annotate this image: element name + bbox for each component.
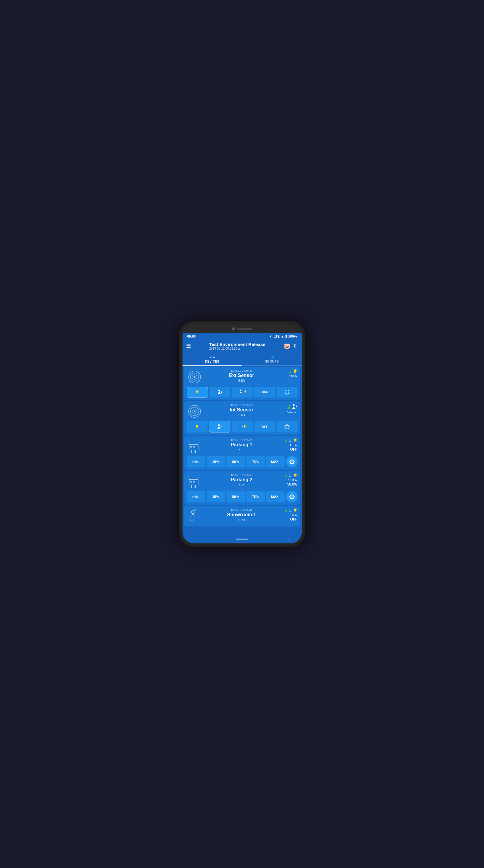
svg-rect-29 bbox=[192, 514, 194, 516]
parking1-btn-min[interactable]: min. bbox=[187, 456, 205, 467]
status-time: 09:00 bbox=[187, 335, 196, 338]
svg-rect-21 bbox=[191, 450, 192, 453]
parking1-name: Parking 1 bbox=[205, 442, 279, 447]
device-image-ext-sensor bbox=[187, 369, 202, 385]
int-sensor-controls: 💡 👤+💡 OFF bbox=[187, 421, 297, 433]
status-icons: 💡 bbox=[289, 369, 297, 374]
parking2-btn-max[interactable]: MAX. bbox=[266, 491, 285, 502]
svg-point-15 bbox=[218, 424, 220, 426]
ext-sensor-controls: 💡 + 💡 bbox=[187, 387, 297, 398]
ext-sensor-btn-person[interactable] bbox=[209, 387, 230, 398]
app-subtitle: 2019-03-12 09:56:50 am bbox=[209, 347, 265, 350]
person-detected-icon bbox=[291, 404, 297, 410]
int-sensor-btn-off[interactable]: OFF bbox=[254, 421, 275, 433]
signal-icon bbox=[285, 439, 287, 442]
spotlight-icon bbox=[187, 508, 202, 524]
header-actions: 🐷 ↻ bbox=[284, 343, 298, 349]
temp-icon: 🌡 bbox=[288, 508, 292, 513]
tab-bar: ✓≡ DEVICES 👥 GROUPS bbox=[183, 352, 302, 366]
status-right: ▼ LTE ▲ ▮ 100% bbox=[269, 334, 297, 338]
svg-point-14 bbox=[293, 404, 295, 406]
signal-strength-icon bbox=[289, 370, 291, 373]
ext-sensor-btn-light[interactable]: 💡 bbox=[187, 387, 208, 398]
ext-sensor-btn-off[interactable]: OFF bbox=[254, 387, 275, 398]
menu-icon[interactable]: ☰ bbox=[186, 343, 191, 349]
parking1-value: 5.1 bbox=[205, 448, 279, 452]
device-card-showroom1: 12/03/19 09:55:41 Showroom 1 5.20 🌡 💡 0.… bbox=[184, 506, 300, 527]
parking2-btn-75[interactable]: 75% bbox=[246, 491, 265, 502]
phone-screen: 09:00 ▼ LTE ▲ ▮ 100% ☰ Test Environment … bbox=[183, 324, 302, 544]
status-icons: 🌡 💡 bbox=[285, 508, 297, 513]
int-sensor-btn-person[interactable] bbox=[209, 421, 230, 433]
ext-sensor-btn-schedule[interactable] bbox=[277, 387, 297, 398]
wifi-icon: ▼ bbox=[269, 335, 272, 338]
speaker bbox=[237, 328, 252, 330]
svg-point-4 bbox=[218, 390, 220, 392]
parking1-watt: 1.1 W bbox=[289, 443, 297, 447]
refresh-icon[interactable]: ↻ bbox=[293, 343, 298, 349]
parking1-btn-max[interactable]: MAX. bbox=[266, 456, 285, 467]
device-header: 12/03/19 09:56:50 Int Sensor 5.60 bbox=[187, 404, 297, 419]
tab-groups[interactable]: 👥 GROUPS bbox=[242, 352, 302, 366]
ext-sensor-btn-combined[interactable]: + 💡 bbox=[232, 387, 253, 398]
parking1-state: OFF bbox=[290, 447, 297, 452]
svg-point-17 bbox=[286, 426, 288, 428]
status-icons: 🌡 💡 bbox=[285, 438, 297, 443]
parking1-btn-75[interactable]: 75% bbox=[246, 456, 265, 467]
ext-sensor-name: Ext Sensor bbox=[205, 373, 279, 378]
header-title-block: Test Environment Release 2019-03-12 09:5… bbox=[209, 342, 265, 350]
svg-point-5 bbox=[240, 390, 241, 391]
int-sensor-btn-schedule[interactable] bbox=[277, 421, 297, 433]
device-header: 12/03/19 09:56:43 Ext Sensor 5.50 💡 301 … bbox=[187, 369, 297, 385]
ext-sensor-lux: 301 lx bbox=[289, 375, 297, 378]
int-sensor-btn-combined[interactable]: 👤+💡 bbox=[232, 421, 253, 433]
parking1-timestamp: 12/03/19 09:55:35 bbox=[205, 438, 279, 441]
bulb-icon: 💡 bbox=[293, 473, 297, 478]
parking2-btn-power[interactable]: ⏻ bbox=[286, 491, 297, 502]
parking2-watt: 50.0 W bbox=[288, 478, 297, 482]
parking2-state: 50.0% bbox=[287, 482, 297, 487]
showroom1-value: 5.20 bbox=[205, 518, 279, 522]
parking1-btn-50[interactable]: 50% bbox=[226, 456, 245, 467]
parking2-btn-50[interactable]: 50% bbox=[226, 491, 245, 502]
device-list: 12/03/19 09:56:43 Ext Sensor 5.50 💡 301 … bbox=[183, 366, 302, 535]
int-sensor-timestamp: 12/03/19 09:56:50 bbox=[205, 404, 279, 407]
device-info-ext-sensor: 12/03/19 09:56:43 Ext Sensor 5.50 bbox=[202, 369, 281, 382]
svg-rect-20 bbox=[193, 446, 195, 447]
int-sensor-btn-light[interactable]: 💡 bbox=[187, 421, 207, 433]
showroom1-name: Showroom 1 bbox=[205, 512, 279, 518]
back-button[interactable]: ‹ bbox=[195, 537, 196, 541]
status-bar: 09:00 ▼ LTE ▲ ▮ 100% bbox=[183, 333, 302, 339]
svg-text:💡: 💡 bbox=[244, 390, 246, 394]
parking2-controls: min. 25% 50% 75% MAX. ⏻ bbox=[187, 491, 297, 502]
device-image-int-sensor bbox=[187, 404, 202, 419]
parking1-btn-power[interactable]: ⏻ bbox=[286, 456, 297, 467]
signal-strength-icon bbox=[287, 405, 290, 409]
tab-devices[interactable]: ✓≡ DEVICES bbox=[183, 352, 242, 366]
home-indicator[interactable] bbox=[236, 538, 248, 540]
svg-point-3 bbox=[194, 376, 195, 378]
signal-icon: ▲ bbox=[281, 335, 284, 338]
svg-rect-22 bbox=[195, 450, 196, 453]
device-info-showroom1: 12/03/19 09:55:41 Showroom 1 5.20 bbox=[202, 508, 281, 522]
device-info-int-sensor: 12/03/19 09:56:50 Int Sensor 5.60 bbox=[202, 404, 281, 417]
svg-point-9 bbox=[286, 391, 288, 393]
schedule-icon bbox=[284, 389, 290, 395]
ext-sensor-timestamp: 12/03/19 09:56:43 bbox=[205, 369, 279, 372]
battery-percent: 100% bbox=[288, 335, 297, 338]
status-icons: 🌡 💡 bbox=[285, 473, 297, 478]
temp-icon: 🌡 bbox=[288, 473, 292, 478]
recents-button[interactable]: □ bbox=[288, 538, 289, 541]
device-image-parking2 bbox=[187, 473, 202, 489]
bottom-nav: ‹ □ bbox=[183, 535, 302, 544]
svg-point-8 bbox=[285, 390, 289, 394]
svg-point-30 bbox=[195, 509, 196, 510]
parking2-value: 5.2 bbox=[205, 483, 279, 487]
device-info-parking2: 12/03/19 09:56:03 Parking 2 5.2 bbox=[202, 473, 281, 487]
piggy-icon[interactable]: 🐷 bbox=[284, 343, 290, 349]
parking2-light-icon bbox=[187, 473, 202, 489]
parking1-btn-25[interactable]: 25% bbox=[206, 456, 225, 467]
parking2-btn-25[interactable]: 25% bbox=[206, 491, 225, 502]
parking2-btn-min[interactable]: min. bbox=[187, 491, 205, 502]
svg-rect-25 bbox=[193, 481, 195, 483]
